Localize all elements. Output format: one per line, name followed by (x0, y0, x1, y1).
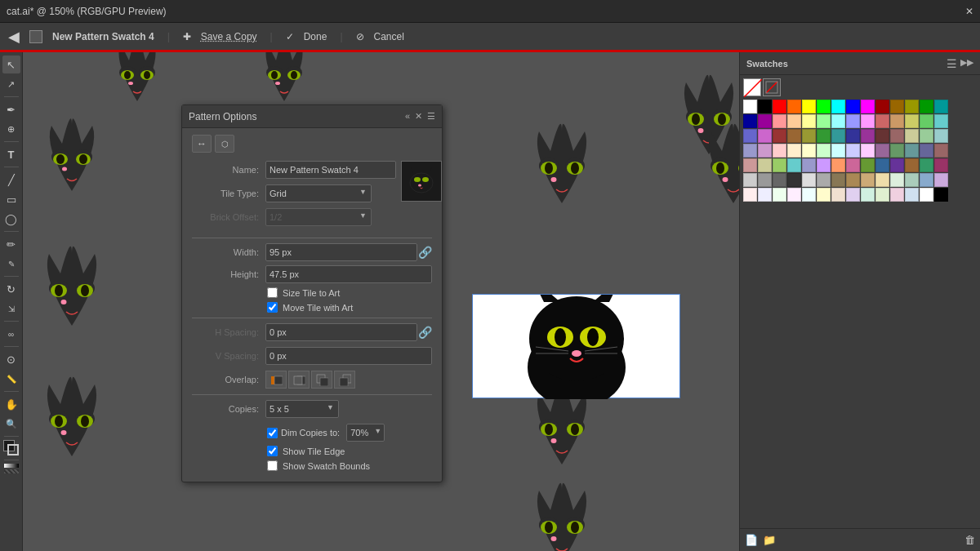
swatch-cell[interactable] (875, 188, 889, 202)
show-tile-edge-checkbox[interactable] (267, 446, 278, 456)
swatch-cell[interactable] (846, 100, 860, 113)
add-anchor-tool[interactable]: ⊕ (2, 120, 20, 138)
swatch-cell[interactable] (890, 144, 904, 158)
show-swatch-bounds-label[interactable]: Show Swatch Bounds (283, 461, 370, 471)
panel-select-btn[interactable]: ↔ (192, 135, 212, 153)
swatch-cell[interactable] (905, 144, 919, 158)
swatch-cell[interactable] (861, 188, 875, 202)
scale-tool[interactable]: ⇲ (2, 300, 20, 318)
ellipse-tool[interactable]: ◯ (2, 210, 20, 228)
swatch-cell[interactable] (802, 158, 816, 172)
swatch-cell[interactable] (758, 129, 772, 143)
swatch-cell[interactable] (905, 173, 919, 187)
swatch-cell[interactable] (934, 114, 948, 128)
pencil-tool[interactable]: ✎ (2, 255, 20, 273)
panel-menu-icon[interactable]: ☰ (427, 111, 435, 122)
swatch-cell[interactable] (875, 129, 889, 143)
move-tile-checkbox[interactable] (267, 302, 278, 313)
h-spacing-input[interactable] (265, 323, 417, 341)
delete-swatch-icon[interactable]: 🗑 (964, 534, 975, 546)
swatch-cell[interactable] (934, 158, 948, 172)
fill-stroke-indicator[interactable] (3, 440, 20, 456)
swatch-cell[interactable] (802, 173, 816, 187)
swatch-cell[interactable] (787, 114, 801, 128)
swatch-cell[interactable] (831, 114, 845, 128)
panel-close-icon[interactable]: ✕ (415, 111, 422, 122)
swatches-menu-icon[interactable]: ☰ (947, 57, 957, 70)
done-button[interactable]: Done (304, 31, 327, 42)
hand-tool[interactable]: ✋ (2, 395, 20, 413)
swatch-cell[interactable] (802, 188, 816, 202)
line-tool[interactable]: ╱ (2, 171, 20, 189)
swatch-cell[interactable] (890, 114, 904, 128)
swatch-cell[interactable] (743, 188, 757, 202)
brush-tool[interactable]: ✏ (2, 235, 20, 253)
swatch-cell[interactable] (861, 129, 875, 143)
swatch-cell[interactable] (920, 100, 933, 113)
overlap-btn-3[interactable] (311, 371, 332, 389)
eyedropper-tool[interactable]: ⊙ (2, 350, 20, 368)
swatch-cell[interactable] (875, 158, 889, 172)
direct-select-tool[interactable]: ↗ (2, 75, 20, 93)
show-swatch-bounds-checkbox[interactable] (267, 460, 278, 471)
blend-tool[interactable]: ∞ (2, 325, 20, 343)
swatch-cell[interactable] (890, 173, 904, 187)
lock-icon[interactable]: 🔗 (417, 246, 432, 259)
dim-percent-select[interactable]: 70% 50% 30% (346, 424, 385, 442)
copies-select[interactable]: 5 x 5 3 x 3 7 x 7 (265, 400, 339, 418)
back-arrow[interactable]: ◀ (8, 28, 20, 46)
height-input[interactable] (265, 265, 432, 283)
swatch-cell[interactable] (934, 144, 948, 158)
swatch-special-2[interactable] (763, 78, 781, 96)
swatch-cell[interactable] (802, 129, 816, 143)
show-tile-edge-label[interactable]: Show Tile Edge (283, 447, 345, 456)
pen-tool[interactable]: ✒ (2, 100, 20, 118)
rotate-tool[interactable]: ↻ (2, 280, 20, 298)
swatch-cell[interactable] (861, 158, 875, 172)
swatch-cell[interactable] (743, 173, 757, 187)
swatch-cell[interactable] (817, 129, 831, 143)
swatch-cell[interactable] (890, 188, 904, 202)
panel-collapse-icon[interactable]: « (405, 111, 410, 122)
swatch-cell[interactable] (817, 188, 831, 202)
swatch-cell[interactable] (758, 144, 772, 158)
tile-type-select[interactable]: Grid Brick by Row Brick by Column Hex by… (265, 184, 372, 202)
swatch-cell[interactable] (773, 114, 786, 128)
swatch-special-1[interactable] (743, 78, 761, 96)
swatch-cell[interactable] (787, 100, 801, 113)
swatch-cell[interactable] (861, 173, 875, 187)
swatch-cell[interactable] (802, 100, 816, 113)
type-tool[interactable]: T (2, 145, 20, 163)
swatch-cell[interactable] (890, 100, 904, 113)
panel-titlebar[interactable]: Pattern Options « ✕ ☰ (182, 105, 442, 128)
swatch-cell[interactable] (773, 100, 786, 113)
title-bar-close[interactable]: ✕ (965, 6, 973, 17)
swatch-cell[interactable] (817, 114, 831, 128)
swatch-cell[interactable] (846, 129, 860, 143)
dim-copies-label[interactable]: Dim Copies to: (281, 428, 340, 438)
no-color-mode[interactable] (4, 469, 19, 473)
size-tile-checkbox[interactable] (267, 287, 278, 298)
swatch-cell[interactable] (831, 173, 845, 187)
swatch-cell[interactable] (920, 158, 933, 172)
swatch-cell[interactable] (817, 158, 831, 172)
swatch-cell[interactable] (773, 129, 786, 143)
swatch-cell[interactable] (743, 144, 757, 158)
swatch-cell[interactable] (846, 188, 860, 202)
swatch-folder-icon[interactable]: 📁 (763, 534, 776, 546)
swatch-cell[interactable] (920, 173, 933, 187)
swatch-cell[interactable] (905, 129, 919, 143)
select-tool[interactable]: ↖ (2, 56, 20, 73)
swatch-cell[interactable] (743, 129, 757, 143)
swatch-cell[interactable] (831, 100, 845, 113)
swatch-cell[interactable] (920, 114, 933, 128)
save-copy-button[interactable]: Save a Copy (201, 31, 257, 42)
swatch-cell[interactable] (743, 158, 757, 172)
swatches-expand-icon[interactable]: ▶▶ (960, 57, 973, 70)
swatch-cell[interactable] (773, 173, 786, 187)
overlap-btn-1[interactable] (265, 371, 287, 389)
spacing-lock-icon[interactable]: 🔗 (417, 326, 432, 339)
swatch-cell[interactable] (773, 188, 786, 202)
swatch-cell[interactable] (758, 158, 772, 172)
swatch-cell[interactable] (934, 129, 948, 143)
